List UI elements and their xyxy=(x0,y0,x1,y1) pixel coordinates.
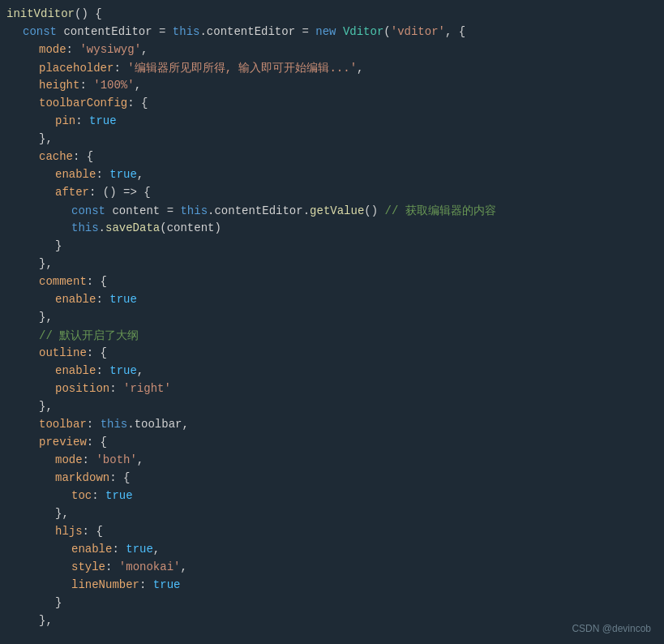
code-line: mode: 'wysiwyg', xyxy=(0,42,664,60)
code-line: toolbarConfig: { xyxy=(0,96,664,114)
code-token: 'monokai' xyxy=(119,560,181,573)
code-token: style xyxy=(71,560,105,573)
code-line: markdown: { xyxy=(0,470,664,488)
code-token: } xyxy=(55,596,62,609)
code-line: // 默认开启了大纲 xyxy=(0,328,664,346)
code-line: outline: { xyxy=(0,346,664,363)
code-line: enable: true, xyxy=(0,542,664,560)
code-token: : xyxy=(96,168,109,181)
code-token: toolbarConfig xyxy=(39,97,127,109)
code-token: , xyxy=(137,168,144,181)
code-token: height xyxy=(39,79,79,92)
code-token: this xyxy=(180,204,208,217)
code-token: : { xyxy=(83,525,103,538)
code-line: initVditor() { xyxy=(0,6,664,24)
code-token: (content) xyxy=(160,221,221,234)
code-token: this xyxy=(173,25,200,38)
code-token: const xyxy=(71,204,105,217)
code-token: preview xyxy=(39,436,87,449)
code-token: () xyxy=(364,204,384,217)
code-token: , xyxy=(357,62,363,75)
code-token: : xyxy=(83,453,96,466)
code-token: : { xyxy=(87,436,107,449)
code-line: this.saveData(content) xyxy=(0,221,664,238)
code-token: hljs xyxy=(55,525,83,538)
code-token: placeholder xyxy=(39,62,114,75)
code-line: toc: true xyxy=(0,488,664,506)
code-line: }, xyxy=(0,613,664,631)
code-token: .contentEditor = xyxy=(199,25,315,38)
code-token: toolbar xyxy=(39,418,87,431)
code-token: const xyxy=(23,25,57,38)
code-token: enable xyxy=(71,543,112,556)
code-token: 'wysiwyg' xyxy=(79,43,141,56)
code-token: : xyxy=(66,43,80,56)
code-token: , { xyxy=(445,25,465,38)
code-token: cache xyxy=(39,150,73,163)
code-token: saveData xyxy=(105,221,160,234)
code-token: . xyxy=(99,221,105,234)
code-token: .toolbar, xyxy=(127,418,189,431)
code-token: 'vditor' xyxy=(391,25,445,38)
code-token: position xyxy=(55,382,109,395)
code-token: content = xyxy=(105,204,180,217)
code-token: new xyxy=(315,25,336,38)
code-line: pin: true xyxy=(0,114,664,131)
code-token: : xyxy=(109,382,123,395)
code-line: preview: { xyxy=(0,435,664,453)
code-token: .contentEditor. xyxy=(208,204,310,217)
code-token: : xyxy=(114,62,127,75)
code-token: Vditor xyxy=(343,25,383,38)
code-token: // 获取编辑器的内容 xyxy=(385,204,496,218)
code-token: comment xyxy=(39,275,87,288)
code-token: , xyxy=(141,43,148,56)
code-token: : xyxy=(92,489,105,502)
code-line: placeholder: '编辑器所见即所得, 输入即可开始编辑...', xyxy=(0,60,664,78)
code-line: height: '100%', xyxy=(0,78,664,96)
code-token: 'both' xyxy=(96,453,136,466)
code-token: enable xyxy=(55,293,96,306)
code-token: : { xyxy=(127,97,148,109)
code-token: , xyxy=(153,543,160,556)
code-line: }, xyxy=(0,506,664,524)
code-line: style: 'monokai', xyxy=(0,560,664,577)
code-line: hljs: { xyxy=(0,524,664,542)
code-line: mode: 'both', xyxy=(0,453,664,470)
code-token: lineNumber xyxy=(71,578,139,591)
watermark: CSDN @devincob xyxy=(572,623,651,634)
code-line: } xyxy=(0,238,664,256)
code-line: }, xyxy=(0,256,664,274)
code-token: markdown xyxy=(55,471,109,484)
code-line: const contentEditor = this.contentEditor… xyxy=(0,24,664,42)
code-block: initVditor() {const contentEditor = this… xyxy=(0,0,664,644)
code-line: comment: { xyxy=(0,274,664,292)
code-line: }, xyxy=(0,131,664,149)
code-token: , xyxy=(137,453,144,466)
code-token: : xyxy=(105,560,119,573)
code-token: outline xyxy=(39,346,87,359)
code-line: toolbar: this.toolbar, xyxy=(0,417,664,435)
code-line: enable: true xyxy=(0,292,664,310)
code-token: contentEditor = xyxy=(57,25,173,38)
code-token: : xyxy=(75,114,89,127)
code-token: , xyxy=(180,560,186,573)
code-token: true xyxy=(126,543,153,556)
code-token: initVditor xyxy=(6,7,75,20)
code-token: () { xyxy=(75,7,102,20)
code-line: enable: true, xyxy=(0,363,664,381)
code-token: 'right' xyxy=(123,382,171,395)
code-line: position: 'right' xyxy=(0,381,664,399)
code-token: }, xyxy=(39,132,53,145)
code-token: }, xyxy=(39,400,53,413)
code-line: enable: true, xyxy=(0,167,664,185)
code-token: } xyxy=(55,239,62,252)
code-token: '100%' xyxy=(93,79,134,92)
code-token: : xyxy=(112,543,126,556)
code-token: : xyxy=(96,293,109,306)
code-token: getValue xyxy=(310,204,364,217)
code-token: toc xyxy=(71,489,92,502)
code-token: }, xyxy=(39,311,53,324)
code-token: this xyxy=(71,221,99,234)
code-line: const content = this.contentEditor.getVa… xyxy=(0,203,664,221)
code-token: : { xyxy=(87,346,107,359)
